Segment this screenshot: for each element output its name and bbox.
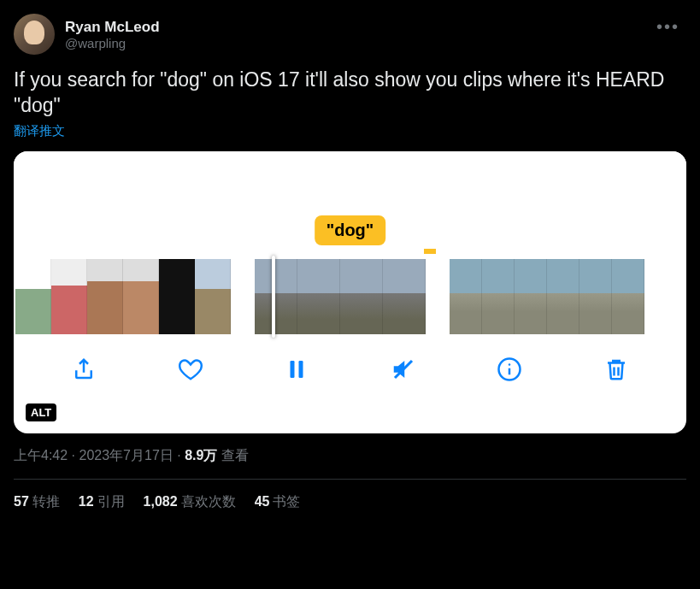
svg-point-5 [509,363,511,366]
avatar[interactable] [14,14,55,55]
video-timeline[interactable] [14,259,686,334]
tweet-date[interactable]: 2023年7月17日 [79,448,173,462]
dot: · [174,448,185,462]
dot: · [68,448,79,462]
clip-thumb[interactable] [579,259,612,334]
display-name[interactable]: Ryan McLeod [65,19,160,36]
clip-thumb[interactable] [515,259,547,334]
clip-thumb[interactable] [87,259,123,334]
stat-count: 45 [255,494,270,509]
header-left: Ryan McLeod @warpling [14,14,160,55]
tweet-stats: 57转推 12引用 1,082喜欢次数 45书签 [14,480,686,511]
media-toolbar [14,334,686,394]
caption-bubble: "dog" [315,215,386,245]
stat-count: 57 [14,494,29,509]
mute-icon[interactable] [389,355,418,384]
clip-thumb[interactable] [383,259,426,334]
stat-count: 1,082 [144,494,178,509]
clip-thumb[interactable] [195,259,231,334]
stat-likes[interactable]: 1,082喜欢次数 [144,493,236,511]
tweet-time[interactable]: 上午4:42 [14,448,68,462]
clip-thumb[interactable] [15,259,51,334]
tweet-text: If you search for "dog" on iOS 17 it'll … [14,67,686,118]
svg-rect-1 [299,361,303,378]
media-attachment[interactable]: "dog" [14,151,686,433]
clip-thumb[interactable] [340,259,383,334]
share-icon[interactable] [69,355,98,384]
trash-icon[interactable] [602,355,631,384]
names: Ryan McLeod @warpling [65,19,160,50]
view-label: 查看 [217,448,248,462]
user-handle[interactable]: @warpling [65,36,160,50]
svg-rect-0 [291,361,295,378]
alt-badge[interactable]: ALT [26,403,56,421]
stat-label: 引用 [97,494,125,509]
stat-label: 书签 [273,494,300,509]
clip-thumb[interactable] [612,259,644,334]
clip-thumb[interactable] [482,259,515,334]
tweet-header: Ryan McLeod @warpling ••• [14,14,686,55]
stat-retweets[interactable]: 57转推 [14,493,60,511]
clip-thumb[interactable] [159,259,195,334]
playhead[interactable] [272,256,275,338]
clip-thumb[interactable] [255,259,297,334]
clip-thumb[interactable] [547,259,579,334]
stat-quotes[interactable]: 12引用 [79,493,125,511]
clip-group-active[interactable] [255,259,426,334]
stat-bookmarks[interactable]: 45书签 [255,493,301,511]
stat-label: 转推 [32,494,60,509]
clip-thumb[interactable] [51,259,87,334]
caption-tick [424,249,436,254]
view-count[interactable]: 8.9万 [185,448,217,462]
info-icon[interactable] [495,355,524,384]
clip-group[interactable] [15,259,231,334]
tweet-meta: 上午4:42 · 2023年7月17日 · 8.9万 查看 [14,447,686,465]
media-top-area: "dog" [14,151,686,245]
heart-icon[interactable] [176,355,205,384]
stat-count: 12 [79,494,94,509]
more-icon[interactable]: ••• [650,14,686,40]
translate-link[interactable]: 翻译推文 [14,123,686,139]
clip-thumb[interactable] [123,259,159,334]
clip-thumb[interactable] [297,259,340,334]
tweet-container: Ryan McLeod @warpling ••• If you search … [0,0,700,525]
clip-thumb[interactable] [450,259,482,334]
stat-label: 喜欢次数 [181,494,236,509]
pause-icon[interactable] [282,355,311,384]
clip-group[interactable] [450,259,644,334]
